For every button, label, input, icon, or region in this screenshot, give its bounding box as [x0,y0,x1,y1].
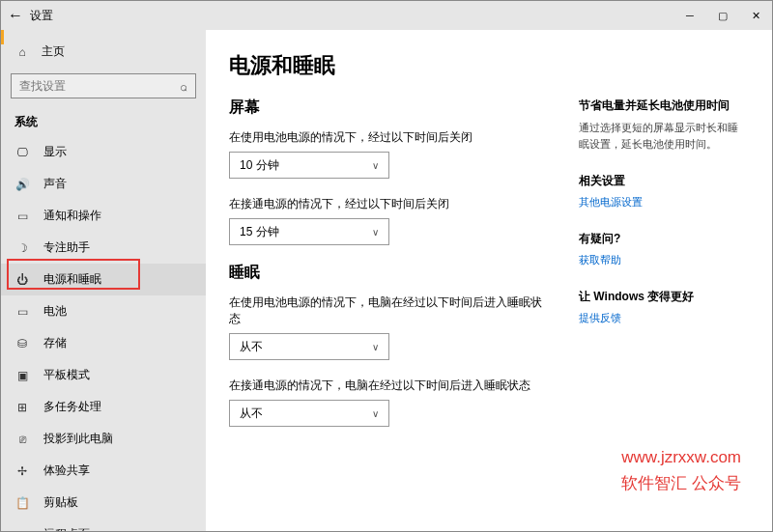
save-power-text: 通过选择更短的屏幕显示时长和睡眠设置，延长电池使用时间。 [579,120,743,152]
power-icon: ⏻ [14,273,30,287]
sleep-plugged-label: 在接通电源的情况下，电脑在经过以下时间后进入睡眠状态 [229,378,550,394]
sidebar-item-label: 剪贴板 [43,494,78,511]
tablet-icon: ▣ [14,369,30,382]
sidebar-item-label: 体验共享 [43,462,90,479]
close-button[interactable]: ✕ [739,1,772,30]
titlebar: ← 设置 ─ ▢ ✕ [1,1,772,30]
feedback-link[interactable]: 提供反馈 [579,311,743,325]
battery-icon: ▭ [14,305,30,319]
select-value: 从不 [240,339,263,355]
search-box[interactable]: ⌕ [11,73,196,98]
share-icon: ✢ [14,464,30,478]
project-icon: ⎚ [14,433,30,446]
sidebar-item-clipboard[interactable]: 📋 剪贴板 [1,487,206,518]
sidebar-item-label: 电池 [43,303,67,320]
save-power-title: 节省电量并延长电池使用时间 [579,98,743,114]
chevron-down-icon: ∨ [372,342,379,352]
sleep-battery-label: 在使用电池电源的情况下，电脑在经过以下时间后进入睡眠状态 [229,294,550,327]
related-link[interactable]: 其他电源设置 [579,195,743,210]
watermark-url: www.jzrxxw.com [621,444,741,470]
search-input[interactable] [19,79,174,93]
sidebar-item-multitask[interactable]: ⊞ 多任务处理 [1,391,206,423]
screen-battery-select[interactable]: 10 分钟 ∨ [229,152,389,179]
sidebar-item-remote[interactable]: > 远程桌面 [1,518,206,532]
related-title: 相关设置 [579,173,743,189]
search-icon: ⌕ [180,79,187,94]
sidebar-item-notifications[interactable]: ▭ 通知和操作 [1,200,206,232]
minimize-button[interactable]: ─ [673,1,706,30]
sidebar-item-focus[interactable]: ☽ 专注助手 [1,232,206,264]
sidebar: ⌂ 主页 ⌕ 系统 🖵 显示 🔊 声音 ▭ 通知和操作 ☽ 专注助手 ⏻ 电源和… [1,30,206,531]
select-value: 从不 [240,406,263,422]
window-title: 设置 [30,8,53,24]
select-value: 15 分钟 [240,224,279,240]
sound-icon: 🔊 [14,178,30,191]
sleep-plugged-select[interactable]: 从不 ∨ [229,400,389,427]
maximize-button[interactable]: ▢ [706,1,739,30]
display-icon: 🖵 [14,146,30,159]
back-button[interactable]: ← [1,7,30,24]
home-label: 主页 [42,43,65,60]
sidebar-item-sound[interactable]: 🔊 声音 [1,168,206,200]
sidebar-item-share[interactable]: ✢ 体验共享 [1,455,206,487]
notifications-icon: ▭ [14,210,30,223]
sidebar-item-power[interactable]: ⏻ 电源和睡眠 [1,264,206,295]
focus-icon: ☽ [14,241,30,255]
sidebar-item-label: 声音 [43,176,67,192]
chevron-down-icon: ∨ [372,227,379,238]
sidebar-item-display[interactable]: 🖵 显示 [1,136,206,168]
sidebar-item-battery[interactable]: ▭ 电池 [1,295,206,327]
select-value: 10 分钟 [240,157,279,174]
sidebar-item-storage[interactable]: ⛁ 存储 [1,327,206,359]
storage-icon: ⛁ [14,337,30,350]
clipboard-icon: 📋 [14,496,30,510]
sidebar-item-project[interactable]: ⎚ 投影到此电脑 [1,423,206,455]
better-title: 让 Windows 变得更好 [579,289,743,305]
sidebar-item-label: 存储 [43,335,67,351]
screen-plugged-select[interactable]: 15 分钟 ∨ [229,218,389,245]
category-label: 系统 [1,106,206,136]
page-title: 电源和睡眠 [229,51,550,80]
home-icon: ⌂ [14,45,30,59]
watermark: www.jzrxxw.com 软件智汇 公众号 [621,444,741,496]
sidebar-item-tablet[interactable]: ▣ 平板模式 [1,359,206,391]
chevron-down-icon: ∨ [372,408,379,419]
screen-plugged-label: 在接通电源的情况下，经过以下时间后关闭 [229,196,550,212]
aside-panel: 节省电量并延长电池使用时间 通过选择更短的屏幕显示时长和睡眠设置，延长电池使用时… [579,51,743,512]
help-link[interactable]: 获取帮助 [579,253,743,267]
sidebar-item-label: 多任务处理 [43,399,101,415]
main-content: 电源和睡眠 屏幕 在使用电池电源的情况下，经过以下时间后关闭 10 分钟 ∨ 在… [229,51,550,512]
chevron-down-icon: ∨ [372,160,379,171]
question-title: 有疑问? [579,231,743,247]
sidebar-item-label: 电源和睡眠 [43,271,101,288]
sidebar-item-label: 通知和操作 [43,208,101,224]
remote-icon: > [14,528,30,533]
watermark-account: 软件智汇 公众号 [621,470,741,496]
sidebar-item-label: 显示 [43,144,67,160]
multitask-icon: ⊞ [14,401,30,414]
home-link[interactable]: ⌂ 主页 [1,38,206,66]
sidebar-item-label: 平板模式 [43,367,90,383]
sleep-battery-select[interactable]: 从不 ∨ [229,333,389,360]
screen-battery-label: 在使用电池电源的情况下，经过以下时间后关闭 [229,129,550,146]
screen-heading: 屏幕 [229,98,550,118]
sidebar-item-label: 投影到此电脑 [43,431,113,447]
sleep-heading: 睡眠 [229,263,550,283]
window-controls: ─ ▢ ✕ [673,1,772,30]
sidebar-item-label: 专注助手 [43,239,90,256]
sidebar-item-label: 远程桌面 [43,526,90,532]
